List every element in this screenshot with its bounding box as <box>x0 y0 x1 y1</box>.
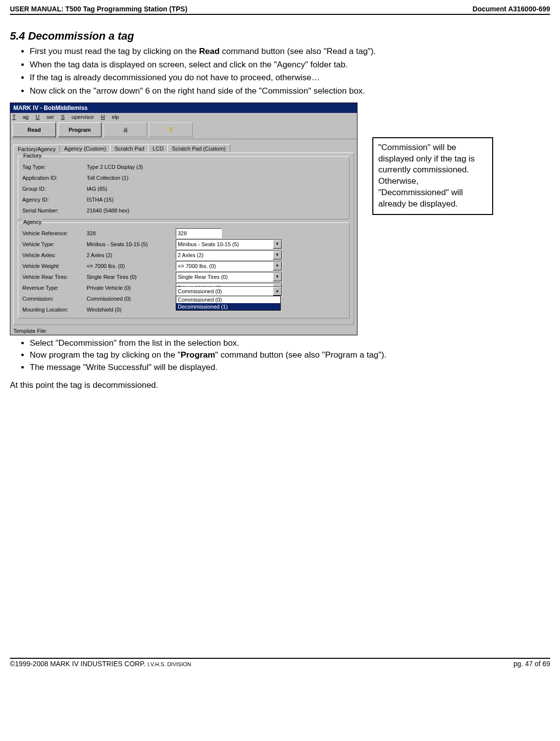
factory-legend: Factory <box>22 153 43 159</box>
bullet-item: The message "Write Successful" will be d… <box>30 362 550 374</box>
combo-dropdown: Commissioned (0)Decommissioned (1) <box>176 296 281 311</box>
tab[interactable]: Scratch Pad <box>110 144 149 153</box>
print-icon <box>123 127 128 133</box>
agency-legend: Agency <box>22 219 43 225</box>
menu-item[interactable]: User <box>36 114 54 120</box>
division-text: I.V.H.S. DIVISION <box>148 661 191 667</box>
menu-item[interactable]: Tag <box>12 114 29 120</box>
header-left: USER MANUAL: T500 Tag Programming Statio… <box>10 5 187 13</box>
field-value: Single Rear Tires (0) <box>87 274 176 280</box>
tab-strip: Factory/AgencyAgency (Custom)Scratch Pad… <box>13 144 354 153</box>
bullet-item: Now click on the "arrow down" 6 on the r… <box>30 85 550 98</box>
combo-box[interactable]: Minibus - Seats 10-15 (5)▼ <box>176 239 282 249</box>
field-label: Mounting Location: <box>22 307 87 313</box>
field-value: ISTHA (15) <box>87 197 176 203</box>
field-value: Type 2 LCD Display (3) <box>87 164 176 170</box>
field-value: Toll Collection (1) <box>87 175 176 181</box>
print-button[interactable] <box>103 122 147 137</box>
closing-sentence: At this point the tag is decommissioned. <box>10 380 550 390</box>
agency-row: Vehicle Weight:<= 7000 lbs. (0)<= 7000 l… <box>22 261 345 271</box>
page-number: pg. 47 of 69 <box>513 660 550 668</box>
field-value: Windshield (0) <box>87 307 176 313</box>
factory-row: Group ID:IAG (65) <box>22 183 345 194</box>
footer-left: ©1999-2008 MARK IV INDUSTRIES CORP. I.V.… <box>10 660 191 668</box>
bullet-item: When the tag data is displayed on screen… <box>30 59 550 71</box>
factory-row: Application ID:Toll Collection (1) <box>22 172 345 183</box>
text-input[interactable]: 328 <box>176 228 222 238</box>
callout-box: "Commission" will be displayed only if t… <box>372 137 493 215</box>
bullet-item: Now program the tag by clicking on the "… <box>30 349 550 362</box>
menu-item[interactable]: Supervisor <box>61 114 94 120</box>
intro-bullets: First you must read the tag by clicking … <box>10 46 550 98</box>
agency-row: Vehicle Type:Minibus - Seats 10-15 (5)Mi… <box>22 239 345 250</box>
app-window: MARK IV - BobMiddlemiss TagUserSuperviso… <box>10 103 357 335</box>
factory-row: Serial Number:21640 (5488 hex) <box>22 205 345 216</box>
agency-row: Commission:Commissioned (0)Commissioned … <box>22 293 345 304</box>
agency-row: Vehicle Rear Tires:Single Rear Tires (0)… <box>22 271 345 282</box>
field-label: Group ID: <box>22 186 87 192</box>
factory-row: Agency ID:ISTHA (15) <box>22 194 345 205</box>
field-label: Vehicle Weight: <box>22 263 87 269</box>
combo-box[interactable]: <= 7000 lbs. (0)▼ <box>176 261 282 271</box>
field-value: Commissioned (0) <box>87 296 176 302</box>
combo-option[interactable]: Commissioned (0) <box>176 296 280 303</box>
commission-combo[interactable]: Commissioned (0)▼ <box>176 286 282 296</box>
chevron-down-icon[interactable]: ▼ <box>273 272 282 281</box>
factory-group: Factory Tag Type:Type 2 LCD Display (3)A… <box>18 156 350 219</box>
combo-box[interactable]: 2 Axles (2)▼ <box>176 250 282 260</box>
menubar: TagUserSupervisorHelp <box>10 113 357 121</box>
chevron-down-icon[interactable]: ▼ <box>273 240 282 249</box>
field-label: Vehicle Type: <box>22 241 87 247</box>
agency-row: Vehicle Axles:2 Axles (2)2 Axles (2)▼ <box>22 250 345 261</box>
field-label: Commission: <box>22 296 87 302</box>
menu-item[interactable]: Help <box>101 114 119 120</box>
field-value: 328 <box>87 230 176 236</box>
field-value: <= 7000 lbs. (0) <box>87 263 176 269</box>
help-button[interactable]: ? <box>149 122 193 137</box>
field-label: Vehicle Reference: <box>22 230 87 236</box>
bullet-item: Select "Decommission" from the list in t… <box>30 337 550 350</box>
header-right: Document A316000-699 <box>472 5 550 13</box>
field-label: Application ID: <box>22 175 87 181</box>
field-label: Serial Number: <box>22 208 87 213</box>
field-value: Private Vehicle (0) <box>87 285 176 291</box>
agency-group: Agency Vehicle Reference:328328Vehicle T… <box>18 222 350 318</box>
read-button[interactable]: Read <box>12 122 56 137</box>
copyright-text: ©1999-2008 MARK IV INDUSTRIES CORP. <box>10 660 148 668</box>
program-button[interactable]: Program <box>58 122 102 137</box>
agency-row: Vehicle Reference:328328 <box>22 228 345 239</box>
combo-option[interactable]: Decommissioned (1) <box>176 303 280 310</box>
factory-row: Tag Type:Type 2 LCD Display (3) <box>22 161 345 172</box>
window-titlebar: MARK IV - BobMiddlemiss <box>10 103 357 113</box>
tab[interactable]: LCD <box>148 144 168 153</box>
field-value: Minibus - Seats 10-15 (5) <box>87 241 176 247</box>
chevron-down-icon[interactable]: ▼ <box>273 251 282 260</box>
tab[interactable]: Factory/Agency <box>13 145 60 153</box>
section-heading: 5.4 Decommission a tag <box>10 30 550 43</box>
field-value: IAG (65) <box>87 186 176 192</box>
field-label: Vehicle Axles: <box>22 252 87 258</box>
followup-bullets: Select "Decommission" from the list in t… <box>10 337 550 374</box>
field-label: Agency ID: <box>22 197 87 203</box>
combo-box[interactable]: Single Rear Tires (0)▼ <box>176 272 282 282</box>
bullet-item: First you must read the tag by clicking … <box>30 46 550 58</box>
field-value: 2 Axles (2) <box>87 252 176 258</box>
field-label: Tag Type: <box>22 164 87 170</box>
chevron-down-icon[interactable]: ▼ <box>273 262 282 270</box>
field-value: 21640 (5488 hex) <box>87 208 176 213</box>
help-icon: ? <box>169 126 173 134</box>
tab[interactable]: Scratch Pad (Custom) <box>167 144 230 153</box>
tab[interactable]: Agency (Custom) <box>59 144 110 153</box>
field-label: Revenue Type: <box>22 285 87 291</box>
template-file-label: Template File: <box>10 327 357 335</box>
chevron-down-icon[interactable]: ▼ <box>273 287 282 296</box>
toolbar: Read Program ? <box>10 121 357 139</box>
field-label: Vehicle Rear Tires: <box>22 274 87 280</box>
bullet-item: If the tag is already decommissioned you… <box>30 72 550 84</box>
